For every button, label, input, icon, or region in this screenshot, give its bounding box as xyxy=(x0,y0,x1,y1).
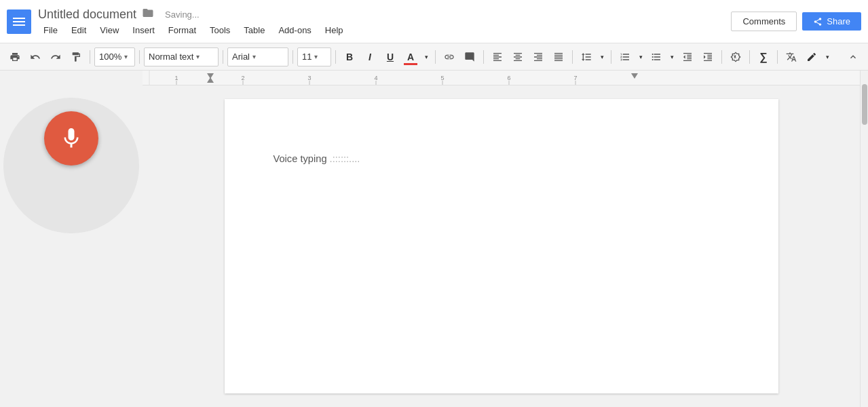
line-spacing-arrow[interactable]: ▾ xyxy=(597,47,607,66)
ruler-bar: 1 2 3 4 5 6 7 xyxy=(143,71,860,85)
italic-button[interactable]: I xyxy=(360,47,379,66)
more-options-button[interactable] xyxy=(782,47,801,66)
header-actions: Comments Share xyxy=(731,12,861,31)
voice-panel xyxy=(0,71,143,407)
top-bar: Untitled document Saving... File Edit Vi… xyxy=(0,0,868,43)
zoom-select[interactable]: 100% ▾ xyxy=(94,47,135,66)
menu-help[interactable]: Help xyxy=(320,24,349,37)
svg-text:1: 1 xyxy=(174,75,178,81)
menu-table[interactable]: Table xyxy=(238,24,270,37)
comments-button[interactable]: Comments xyxy=(731,12,797,31)
separator-10 xyxy=(721,50,722,64)
right-scrollbar[interactable] xyxy=(860,71,868,407)
doc-content[interactable]: Voice typing .::::::.... xyxy=(273,153,730,164)
menu-view[interactable]: View xyxy=(94,24,124,37)
separator-12 xyxy=(777,50,778,64)
svg-text:2: 2 xyxy=(241,75,244,81)
bulleted-list-button[interactable] xyxy=(647,47,666,66)
link-button[interactable] xyxy=(440,47,459,66)
svg-text:7: 7 xyxy=(573,75,577,81)
doc-title[interactable]: Untitled document xyxy=(38,7,136,22)
svg-text:3: 3 xyxy=(307,75,311,81)
doc-text: Voice typing xyxy=(273,153,327,164)
font-size-select[interactable]: 11 ▾ xyxy=(297,47,331,66)
svg-rect-0 xyxy=(143,71,860,85)
separator-2 xyxy=(139,50,140,64)
undo-button[interactable] xyxy=(26,47,45,66)
menu-file[interactable]: File xyxy=(38,24,63,37)
separator-7 xyxy=(483,50,484,64)
align-left-button[interactable] xyxy=(488,47,507,66)
paint-format-button[interactable] xyxy=(67,47,86,66)
align-center-button[interactable] xyxy=(508,47,527,66)
separator-6 xyxy=(435,50,436,64)
numbered-list-arrow[interactable]: ▾ xyxy=(636,47,645,66)
menu-edit[interactable]: Edit xyxy=(66,24,92,37)
doc-scroll-area[interactable]: Voice typing .::::::.... xyxy=(143,85,860,407)
scrollbar-thumb[interactable] xyxy=(862,84,867,125)
print-button[interactable] xyxy=(5,47,24,66)
justify-button[interactable] xyxy=(549,47,568,66)
style-select[interactable]: Normal text ▾ xyxy=(144,47,219,66)
content-wrapper: 1 2 3 4 5 6 7 Voice typing .::: xyxy=(0,71,868,407)
comment-button[interactable] xyxy=(460,47,479,66)
pencil-arrow[interactable]: ▾ xyxy=(823,47,832,66)
bold-button[interactable]: B xyxy=(340,47,359,66)
svg-text:5: 5 xyxy=(440,75,444,81)
svg-text:6: 6 xyxy=(507,75,510,81)
menu-tools[interactable]: Tools xyxy=(204,24,235,37)
text-color-button[interactable]: A xyxy=(401,47,420,66)
separator-5 xyxy=(335,50,336,64)
increase-indent-button[interactable] xyxy=(698,47,717,66)
voice-typing-button[interactable] xyxy=(44,111,98,166)
underline-button[interactable]: U xyxy=(381,47,400,66)
font-select[interactable]: Arial ▾ xyxy=(227,47,288,66)
separator-8 xyxy=(572,50,573,64)
svg-text:4: 4 xyxy=(374,75,377,81)
line-spacing-button[interactable] xyxy=(577,47,596,66)
menu-format[interactable]: Format xyxy=(163,24,202,37)
doc-title-row: Untitled document Saving... xyxy=(38,7,731,22)
saving-status: Saving... xyxy=(165,9,200,20)
clear-formatting-button[interactable] xyxy=(726,47,745,66)
toolbar: 100% ▾ Normal text ▾ Arial ▾ 11 ▾ B I U … xyxy=(0,43,868,71)
menu-addons[interactable]: Add-ons xyxy=(273,24,316,37)
separator-1 xyxy=(90,50,90,64)
separator-9 xyxy=(611,50,611,64)
share-button[interactable]: Share xyxy=(802,12,861,31)
pencil-button[interactable] xyxy=(802,47,821,66)
collapse-toolbar-button[interactable] xyxy=(844,47,863,66)
doc-cursor: .::::::.... xyxy=(327,153,360,164)
special-char-button[interactable]: ∑ xyxy=(754,47,773,66)
separator-4 xyxy=(293,50,293,64)
redo-button[interactable] xyxy=(46,47,65,66)
menu-insert[interactable]: Insert xyxy=(127,24,160,37)
bulleted-list-arrow[interactable]: ▾ xyxy=(667,47,677,66)
folder-icon[interactable] xyxy=(142,7,154,22)
separator-11 xyxy=(749,50,750,64)
doc-page: Voice typing .::::::.... xyxy=(225,99,778,393)
doc-title-area: Untitled document Saving... File Edit Vi… xyxy=(38,7,731,37)
numbered-list-button[interactable] xyxy=(616,47,635,66)
align-right-button[interactable] xyxy=(529,47,548,66)
separator-3 xyxy=(223,50,223,64)
app-menu-button[interactable] xyxy=(7,9,31,34)
decrease-indent-button[interactable] xyxy=(678,47,697,66)
doc-area: 1 2 3 4 5 6 7 Voice typing .::: xyxy=(143,71,860,407)
menu-bar: File Edit View Insert Format Tools Table… xyxy=(38,24,731,37)
text-color-arrow[interactable]: ▾ xyxy=(421,47,431,66)
